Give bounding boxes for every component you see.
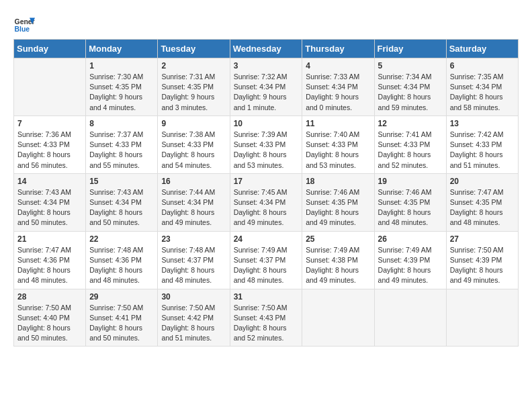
day-info: Sunrise: 7:40 AM Sunset: 4:33 PM Dayligh… xyxy=(306,130,370,171)
day-number: 6 xyxy=(450,61,515,71)
calendar-cell: 31Sunrise: 7:50 AM Sunset: 4:43 PM Dayli… xyxy=(230,289,302,347)
week-row-4: 21Sunrise: 7:47 AM Sunset: 4:36 PM Dayli… xyxy=(14,231,519,289)
week-row-2: 7Sunrise: 7:36 AM Sunset: 4:33 PM Daylig… xyxy=(14,116,519,173)
page-header: General Blue xyxy=(13,13,519,35)
day-info: Sunrise: 7:50 AM Sunset: 4:40 PM Dayligh… xyxy=(17,303,82,344)
weekday-header-tuesday: Tuesday xyxy=(158,40,230,58)
week-row-3: 14Sunrise: 7:43 AM Sunset: 4:34 PM Dayli… xyxy=(14,173,519,231)
day-info: Sunrise: 7:49 AM Sunset: 4:39 PM Dayligh… xyxy=(378,245,443,286)
day-number: 23 xyxy=(161,234,226,244)
calendar-cell: 18Sunrise: 7:46 AM Sunset: 4:35 PM Dayli… xyxy=(302,173,374,231)
day-info: Sunrise: 7:43 AM Sunset: 4:34 PM Dayligh… xyxy=(89,187,154,228)
day-number: 4 xyxy=(306,61,370,71)
calendar-cell: 24Sunrise: 7:49 AM Sunset: 4:37 PM Dayli… xyxy=(230,231,302,289)
day-info: Sunrise: 7:35 AM Sunset: 4:34 PM Dayligh… xyxy=(450,72,515,113)
day-number: 28 xyxy=(17,292,82,302)
calendar-cell: 30Sunrise: 7:50 AM Sunset: 4:42 PM Dayli… xyxy=(158,289,230,347)
day-number: 19 xyxy=(378,177,443,186)
weekday-header-row: SundayMondayTuesdayWednesdayThursdayFrid… xyxy=(14,40,519,58)
calendar-cell xyxy=(14,58,86,116)
day-info: Sunrise: 7:46 AM Sunset: 4:35 PM Dayligh… xyxy=(306,187,370,228)
day-number: 18 xyxy=(306,177,370,186)
calendar-cell: 20Sunrise: 7:47 AM Sunset: 4:35 PM Dayli… xyxy=(446,173,518,231)
weekday-header-thursday: Thursday xyxy=(302,40,374,58)
calendar-cell: 5Sunrise: 7:34 AM Sunset: 4:34 PM Daylig… xyxy=(374,58,446,116)
calendar-cell: 6Sunrise: 7:35 AM Sunset: 4:34 PM Daylig… xyxy=(446,58,518,116)
day-info: Sunrise: 7:46 AM Sunset: 4:35 PM Dayligh… xyxy=(378,187,443,228)
day-info: Sunrise: 7:36 AM Sunset: 4:33 PM Dayligh… xyxy=(17,130,82,171)
day-info: Sunrise: 7:50 AM Sunset: 4:43 PM Dayligh… xyxy=(234,303,299,344)
day-info: Sunrise: 7:38 AM Sunset: 4:33 PM Dayligh… xyxy=(161,130,226,171)
weekday-header-monday: Monday xyxy=(86,40,158,58)
day-number: 11 xyxy=(306,119,370,128)
day-number: 5 xyxy=(378,61,443,71)
day-number: 9 xyxy=(161,119,226,128)
day-number: 7 xyxy=(17,119,82,128)
day-info: Sunrise: 7:32 AM Sunset: 4:34 PM Dayligh… xyxy=(234,72,299,113)
day-number: 17 xyxy=(234,177,299,186)
week-row-1: 1Sunrise: 7:30 AM Sunset: 4:35 PM Daylig… xyxy=(14,58,519,116)
weekday-header-sunday: Sunday xyxy=(14,40,86,58)
calendar-cell: 17Sunrise: 7:45 AM Sunset: 4:34 PM Dayli… xyxy=(230,173,302,231)
day-number: 15 xyxy=(89,177,154,186)
day-number: 10 xyxy=(234,119,299,128)
day-info: Sunrise: 7:43 AM Sunset: 4:34 PM Dayligh… xyxy=(17,187,82,228)
calendar-cell: 7Sunrise: 7:36 AM Sunset: 4:33 PM Daylig… xyxy=(14,116,86,173)
svg-text:Blue: Blue xyxy=(15,26,30,33)
day-info: Sunrise: 7:44 AM Sunset: 4:34 PM Dayligh… xyxy=(161,187,226,228)
calendar-cell: 3Sunrise: 7:32 AM Sunset: 4:34 PM Daylig… xyxy=(230,58,302,116)
weekday-header-saturday: Saturday xyxy=(446,40,518,58)
calendar-cell: 28Sunrise: 7:50 AM Sunset: 4:40 PM Dayli… xyxy=(14,289,86,347)
day-info: Sunrise: 7:42 AM Sunset: 4:33 PM Dayligh… xyxy=(450,130,515,171)
day-number: 12 xyxy=(378,119,443,128)
calendar-cell: 15Sunrise: 7:43 AM Sunset: 4:34 PM Dayli… xyxy=(86,173,158,231)
day-info: Sunrise: 7:37 AM Sunset: 4:33 PM Dayligh… xyxy=(89,130,154,171)
calendar-cell: 1Sunrise: 7:30 AM Sunset: 4:35 PM Daylig… xyxy=(86,58,158,116)
calendar-cell: 21Sunrise: 7:47 AM Sunset: 4:36 PM Dayli… xyxy=(14,231,86,289)
day-info: Sunrise: 7:31 AM Sunset: 4:35 PM Dayligh… xyxy=(161,72,226,113)
calendar-cell: 16Sunrise: 7:44 AM Sunset: 4:34 PM Dayli… xyxy=(158,173,230,231)
day-info: Sunrise: 7:45 AM Sunset: 4:34 PM Dayligh… xyxy=(234,187,299,228)
calendar-cell: 27Sunrise: 7:50 AM Sunset: 4:39 PM Dayli… xyxy=(446,231,518,289)
day-info: Sunrise: 7:48 AM Sunset: 4:36 PM Dayligh… xyxy=(89,245,154,286)
calendar-cell: 8Sunrise: 7:37 AM Sunset: 4:33 PM Daylig… xyxy=(86,116,158,173)
day-number: 22 xyxy=(89,234,154,244)
day-number: 8 xyxy=(89,119,154,128)
calendar-cell: 2Sunrise: 7:31 AM Sunset: 4:35 PM Daylig… xyxy=(158,58,230,116)
day-number: 14 xyxy=(17,177,82,186)
day-info: Sunrise: 7:47 AM Sunset: 4:36 PM Dayligh… xyxy=(17,245,82,286)
day-number: 27 xyxy=(450,234,515,244)
calendar-cell: 25Sunrise: 7:49 AM Sunset: 4:38 PM Dayli… xyxy=(302,231,374,289)
day-number: 29 xyxy=(89,292,154,302)
calendar-cell: 9Sunrise: 7:38 AM Sunset: 4:33 PM Daylig… xyxy=(158,116,230,173)
day-number: 16 xyxy=(161,177,226,186)
day-info: Sunrise: 7:49 AM Sunset: 4:38 PM Dayligh… xyxy=(306,245,370,286)
logo-icon: General Blue xyxy=(13,13,35,35)
day-info: Sunrise: 7:50 AM Sunset: 4:39 PM Dayligh… xyxy=(450,245,515,286)
day-info: Sunrise: 7:39 AM Sunset: 4:33 PM Dayligh… xyxy=(234,130,299,171)
day-number: 31 xyxy=(234,292,299,302)
day-number: 1 xyxy=(89,61,154,71)
week-row-5: 28Sunrise: 7:50 AM Sunset: 4:40 PM Dayli… xyxy=(14,289,519,347)
day-number: 24 xyxy=(234,234,299,244)
calendar-cell: 14Sunrise: 7:43 AM Sunset: 4:34 PM Dayli… xyxy=(14,173,86,231)
calendar-cell: 29Sunrise: 7:50 AM Sunset: 4:41 PM Dayli… xyxy=(86,289,158,347)
calendar-cell xyxy=(302,289,374,347)
day-info: Sunrise: 7:41 AM Sunset: 4:33 PM Dayligh… xyxy=(378,130,443,171)
calendar-cell: 22Sunrise: 7:48 AM Sunset: 4:36 PM Dayli… xyxy=(86,231,158,289)
day-number: 21 xyxy=(17,234,82,244)
calendar-cell: 11Sunrise: 7:40 AM Sunset: 4:33 PM Dayli… xyxy=(302,116,374,173)
day-number: 2 xyxy=(161,61,226,71)
day-number: 25 xyxy=(306,234,370,244)
day-info: Sunrise: 7:50 AM Sunset: 4:41 PM Dayligh… xyxy=(89,303,154,344)
calendar-cell: 26Sunrise: 7:49 AM Sunset: 4:39 PM Dayli… xyxy=(374,231,446,289)
day-number: 20 xyxy=(450,177,515,186)
weekday-header-friday: Friday xyxy=(374,40,446,58)
day-number: 30 xyxy=(161,292,226,302)
day-number: 3 xyxy=(234,61,299,71)
calendar-cell: 23Sunrise: 7:48 AM Sunset: 4:37 PM Dayli… xyxy=(158,231,230,289)
day-info: Sunrise: 7:34 AM Sunset: 4:34 PM Dayligh… xyxy=(378,72,443,113)
day-info: Sunrise: 7:47 AM Sunset: 4:35 PM Dayligh… xyxy=(450,187,515,228)
day-info: Sunrise: 7:50 AM Sunset: 4:42 PM Dayligh… xyxy=(161,303,226,344)
day-info: Sunrise: 7:30 AM Sunset: 4:35 PM Dayligh… xyxy=(89,72,154,113)
